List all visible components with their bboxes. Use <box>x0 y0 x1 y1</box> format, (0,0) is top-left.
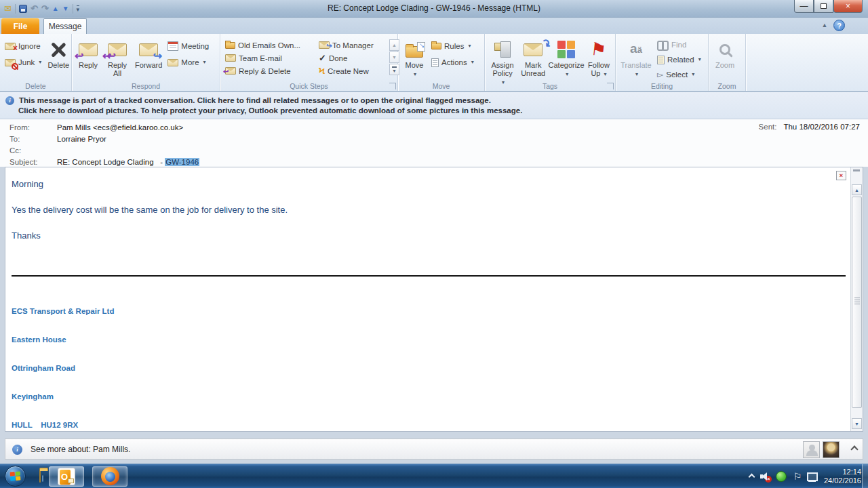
clock-time: 12:14 <box>842 468 861 476</box>
chevron-down-icon: ▾ <box>471 58 474 67</box>
quick-step-label: Old Emails Own... <box>238 41 300 50</box>
scroll-down-icon[interactable]: ▼ <box>852 418 862 429</box>
ribbon-group-respond: ↩ Reply ↩↩ Reply All ↪ Forward Meeting M… <box>72 34 220 91</box>
ignore-label: Ignore <box>18 41 41 51</box>
assign-policy-label: Assign Policy <box>492 61 514 77</box>
categorize-button[interactable]: Categorize▾ <box>548 36 585 81</box>
quick-step-reply-delete[interactable]: ↩ Reply & Delete <box>222 64 316 77</box>
junk-button[interactable]: Junk ▾ <box>2 56 44 68</box>
start-button[interactable] <box>5 466 26 487</box>
related-label: Related <box>667 55 694 64</box>
chevron-down-icon: ▾ <box>468 41 471 51</box>
zoom-label: Zoom <box>715 61 734 69</box>
tray-expand-icon[interactable] <box>749 473 755 480</box>
quick-step-to-manager[interactable]: ↪ To Manager <box>316 39 389 52</box>
taskbar-explorer-button[interactable] <box>39 470 41 483</box>
tab-file[interactable]: File <box>1 18 39 34</box>
show-desktop-button[interactable] <box>862 464 868 488</box>
tab-message[interactable]: Message <box>43 18 87 34</box>
message-header: From: Pam Mills <ecs@efield.karoo.co.uk>… <box>0 119 868 167</box>
volume-muted-icon[interactable]: × <box>760 472 770 481</box>
info-icon: i <box>5 96 14 105</box>
related-button[interactable]: Related ▾ <box>654 54 704 66</box>
close-button[interactable]: × <box>833 0 863 13</box>
reply-all-button[interactable]: ↩↩ Reply All <box>102 36 132 79</box>
taskbar: × ⚐ 12:14 24/02/2016 <box>0 464 868 488</box>
action-center-flag-icon[interactable]: ⚐ <box>793 471 802 482</box>
reply-all-icon: ↩↩ <box>108 43 127 56</box>
message-body[interactable]: Morning Yes the delivery cost will be th… <box>12 167 846 431</box>
infobar-download-pictures[interactable]: Click here to download pictures. To help… <box>18 106 522 116</box>
ignore-icon: × <box>5 43 16 50</box>
follow-up-flag-icon: ⚑ <box>590 40 608 59</box>
body-greeting: Morning <box>12 179 846 189</box>
dialog-launcher-icon[interactable] <box>607 83 614 89</box>
from-value: Pam Mills <ecs@efield.karoo.co.uk> <box>57 123 183 131</box>
chevron-down-icon: ▾ <box>566 71 568 77</box>
tray-status-icon[interactable] <box>776 471 787 482</box>
rules-label: Rules <box>444 41 464 51</box>
forward-button[interactable]: ↪ Forward <box>132 36 165 71</box>
group-label-quick-steps: Quick Steps <box>220 82 397 90</box>
assign-policy-button[interactable]: Assign Policy ▾ <box>487 36 518 89</box>
actions-button[interactable]: Actions ▾ <box>429 56 477 68</box>
find-label: Find <box>671 40 686 49</box>
from-label: From: <box>9 123 57 131</box>
quick-step-create-new[interactable]: Ϟ Create New <box>316 64 389 77</box>
avatar[interactable] <box>823 441 840 458</box>
envelope-arrow-icon: ↪ <box>319 41 330 49</box>
group-label-editing: Editing <box>616 82 708 90</box>
quick-step-old-emails[interactable]: Old Emails Own... <box>222 39 316 52</box>
scroll-up-icon[interactable]: ▲ <box>852 184 862 195</box>
avatar[interactable] <box>803 441 820 458</box>
expand-people-pane-icon[interactable] <box>850 445 858 453</box>
quick-step-team-email[interactable]: Team E-mail <box>222 52 316 64</box>
taskbar-outlook-button[interactable] <box>49 466 84 487</box>
chevron-down-icon: ▾ <box>698 55 701 64</box>
signature-line: Eastern House <box>12 335 846 344</box>
vertical-scrollbar[interactable]: ▲ ▼ <box>850 167 863 431</box>
translate-icon: aä <box>630 42 642 57</box>
taskbar-clock[interactable]: 12:14 24/02/2016 <box>824 468 861 485</box>
ribbon-group-delete: × Ignore Junk ▾ Delete Delete <box>0 34 72 91</box>
rules-button[interactable]: Rules ▾ <box>429 40 477 52</box>
mark-unread-button[interactable]: ↷ Mark Unread <box>518 36 548 79</box>
help-icon[interactable]: ? <box>833 20 845 31</box>
move-button[interactable]: → Move▾ <box>400 36 429 81</box>
reply-label: Reply <box>79 61 98 69</box>
ignore-button[interactable]: × Ignore <box>2 40 44 52</box>
taskbar-firefox-button[interactable] <box>92 466 127 487</box>
outlook-icon <box>58 468 75 485</box>
more-respond-button[interactable]: More ▾ <box>165 56 212 68</box>
scrollbar-thumb[interactable] <box>852 197 862 408</box>
related-icon <box>657 56 665 64</box>
signature-divider <box>12 275 846 277</box>
zoom-icon <box>719 44 730 55</box>
meeting-button[interactable]: Meeting <box>165 40 212 52</box>
group-label-respond: Respond <box>72 82 220 90</box>
select-cursor-icon: ▻ <box>657 70 663 79</box>
forward-icon: ↪ <box>139 43 158 56</box>
delete-button[interactable]: Delete <box>44 36 73 71</box>
dialog-launcher-icon[interactable] <box>389 83 396 89</box>
to-value: Lorraine Pryor <box>57 135 106 143</box>
clock-date: 24/02/2016 <box>824 476 861 485</box>
quick-step-done[interactable]: ✓ Done <box>316 52 389 64</box>
follow-up-button[interactable]: ⚑ Follow Up ▾ <box>585 36 613 81</box>
restore-button[interactable] <box>814 0 833 13</box>
explorer-icon <box>39 470 41 483</box>
select-button[interactable]: ▻ Select ▾ <box>654 68 704 81</box>
zoom-button[interactable]: Zoom <box>711 36 739 71</box>
collapse-ribbon-icon[interactable]: ▲ <box>821 22 829 30</box>
minimize-button[interactable]: — <box>794 0 814 13</box>
group-label-zoom: Zoom <box>709 82 745 90</box>
reply-button[interactable]: ↩ Reply <box>74 36 102 71</box>
infobar-tracked-conversation[interactable]: This message is part of a tracked conver… <box>19 96 491 106</box>
chevron-down-icon: ▾ <box>39 58 41 67</box>
system-tray: × ⚐ 12:14 24/02/2016 <box>749 464 861 488</box>
splitter-handle[interactable] <box>853 169 860 171</box>
translate-button[interactable]: aä Translate▾ <box>618 36 654 81</box>
find-button[interactable]: Find <box>654 39 704 51</box>
network-icon[interactable] <box>808 472 818 481</box>
titlebar: ✉ ↶ ↷ ▲ ▼ ▾ RE: Concept Lodge Clading - … <box>0 0 868 18</box>
